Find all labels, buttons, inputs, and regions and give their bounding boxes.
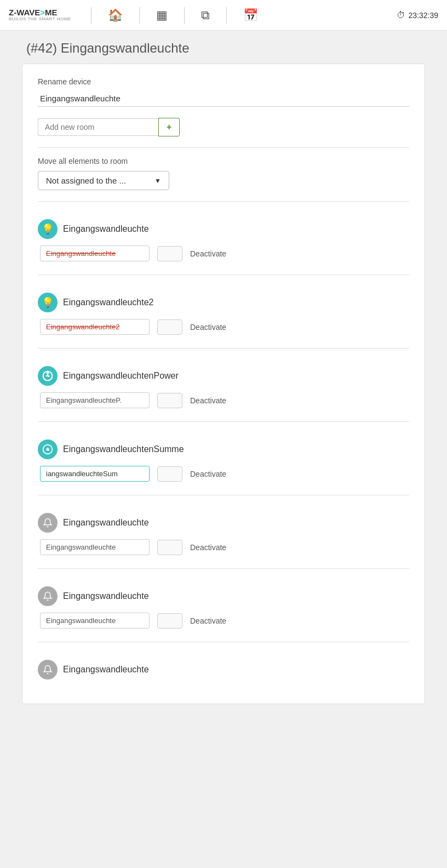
rename-label: Rename device [38, 77, 409, 86]
divider-2 [38, 201, 409, 202]
device-controls-2: Deactivate [40, 319, 409, 335]
device-icon-3 [38, 366, 58, 386]
navbar-divider-3 [184, 7, 185, 24]
page-title: (#42) Eingangswandleuchte [26, 41, 421, 56]
add-room-input[interactable] [38, 118, 158, 136]
device-header-2: 💡 Eingangswandleuchte2 [38, 293, 409, 312]
device-section-7: Eingangswandleuchte [38, 651, 409, 690]
device-header-6: Eingangswandleuchte [38, 586, 409, 606]
clock-icon: ⏱ [397, 10, 405, 20]
device-name-1: Eingangswandleuchte [63, 224, 149, 234]
grid-icon[interactable]: ▦ [156, 8, 168, 22]
device-section-4: EingangswandleuchtenSumme Deactivate [38, 431, 409, 486]
navbar: Z-WAVE>ME BUILDS THE SMART HOME 🏠 ▦ ⧉ 📅 … [0, 0, 447, 31]
room-dropdown[interactable]: Not assigned to the ... ▼ [38, 171, 169, 190]
brand-logo: Z-WAVE>ME BUILDS THE SMART HOME [9, 8, 71, 22]
device-name-3: EingangswandleuchtenPower [63, 371, 179, 381]
device-icon-1: 💡 [38, 219, 58, 239]
device-header-1: 💡 Eingangswandleuchte [38, 219, 409, 239]
dropdown-arrow-icon: ▼ [154, 177, 161, 185]
navbar-divider-1 [91, 7, 91, 24]
device-controls-3: Deactivate [40, 392, 409, 408]
device-controls-4: Deactivate [40, 466, 409, 482]
device-name-input-4[interactable] [40, 466, 150, 482]
calendar-icon[interactable]: 📅 [243, 8, 258, 22]
device-header-4: EingangswandleuchtenSumme [38, 439, 409, 459]
device-header-3: EingangswandleuchtenPower [38, 366, 409, 386]
divider-3 [38, 275, 409, 275]
deactivate-button-3[interactable]: Deactivate [190, 396, 226, 405]
device-name-input-5[interactable] [40, 539, 150, 555]
device-name-4: EingangswandleuchtenSumme [63, 444, 184, 454]
divider-6 [38, 495, 409, 495]
add-room-row: + [38, 118, 409, 136]
navbar-divider-4 [226, 7, 227, 24]
device-header-5: Eingangswandleuchte [38, 513, 409, 533]
device-controls-5: Deactivate [40, 539, 409, 555]
divider-8 [38, 642, 409, 642]
device-controls-6: Deactivate [40, 613, 409, 629]
device-section-3: EingangswandleuchtenPower Deactivate [38, 357, 409, 413]
deactivate-button-4[interactable]: Deactivate [190, 470, 226, 478]
brand-text-arrow: > [40, 8, 45, 18]
move-label: Move all elements to room [38, 157, 409, 165]
svg-point-3 [47, 448, 48, 450]
copy-icon[interactable]: ⧉ [201, 8, 210, 22]
device-section-6: Eingangswandleuchte Deactivate [38, 578, 409, 633]
brand-text-me: ME [45, 8, 58, 18]
room-dropdown-value: Not assigned to the ... [46, 176, 126, 185]
navbar-divider-2 [139, 7, 140, 24]
deactivate-button-1[interactable]: Deactivate [190, 249, 226, 258]
device-section-5: Eingangswandleuchte Deactivate [38, 504, 409, 559]
device-icon-5 [38, 513, 58, 533]
brand-tagline: BUILDS THE SMART HOME [9, 17, 71, 22]
device-icon-7 [38, 660, 58, 679]
device-name-2: Eingangswandleuchte2 [63, 298, 153, 307]
device-name-input-2[interactable] [40, 319, 150, 335]
device-name-5: Eingangswandleuchte [63, 518, 149, 528]
device-name-input-3[interactable] [40, 392, 150, 408]
device-name-6: Eingangswandleuchte [63, 591, 149, 601]
deactivate-button-5[interactable]: Deactivate [190, 543, 226, 552]
navbar-time: ⏱ 23:32:39 [397, 10, 439, 20]
deactivate-button-2[interactable]: Deactivate [190, 323, 226, 332]
device-header-7: Eingangswandleuchte [38, 660, 409, 679]
toggle-switch-4[interactable] [157, 466, 182, 482]
device-name-input-1[interactable] [40, 245, 150, 261]
toggle-switch-6[interactable] [157, 613, 182, 629]
device-name-input-6[interactable] [40, 613, 150, 629]
device-icon-2: 💡 [38, 293, 58, 312]
home-icon[interactable]: 🏠 [108, 8, 123, 22]
toggle-switch-3[interactable] [157, 393, 182, 408]
toggle-switch-1[interactable] [157, 246, 182, 261]
divider-7 [38, 568, 409, 569]
time-display: 23:32:39 [409, 11, 439, 20]
brand-text-z: Z-WAVE [9, 8, 40, 18]
page-title-bar: (#42) Eingangswandleuchte [0, 31, 447, 64]
deactivate-button-6[interactable]: Deactivate [190, 616, 226, 625]
divider-4 [38, 348, 409, 349]
main-card: Rename device + Move all elements to roo… [22, 64, 425, 704]
toggle-switch-5[interactable] [157, 540, 182, 555]
device-name-7: Eingangswandleuchte [63, 665, 149, 675]
divider-5 [38, 421, 409, 422]
add-room-button[interactable]: + [158, 118, 180, 136]
device-controls-1: Deactivate [40, 245, 409, 261]
rename-input[interactable] [38, 90, 409, 107]
device-section-1: 💡 Eingangswandleuchte Deactivate [38, 210, 409, 266]
divider-1 [38, 147, 409, 148]
device-icon-4 [38, 439, 58, 459]
device-icon-6 [38, 586, 58, 606]
device-section-2: 💡 Eingangswandleuchte2 Deactivate [38, 284, 409, 339]
toggle-switch-2[interactable] [157, 319, 182, 335]
